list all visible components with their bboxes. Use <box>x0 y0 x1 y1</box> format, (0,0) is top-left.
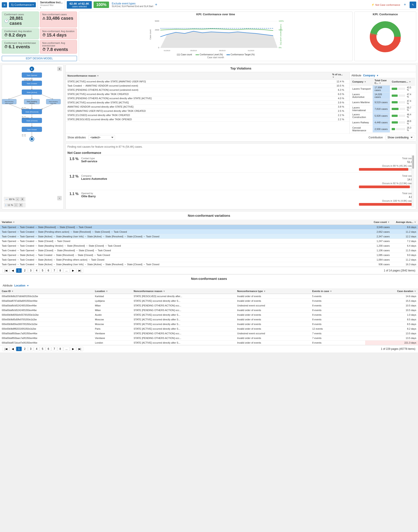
filter-selector[interactable]: ServiceNow Inci... Unsaved filter ▾ <box>38 0 65 10</box>
cases-page-4-btn[interactable]: 4 <box>34 347 39 351</box>
caseid-filter-icon[interactable]: ▼ <box>11 290 13 292</box>
nc-type-filter-icon[interactable]: ▼ <box>264 290 266 292</box>
table-row[interactable]: 000a00b9b8b207db9d0f1050e1b2be Karlstad … <box>0 294 418 299</box>
table-row[interactable]: STATE [AWAITING USER INFO] occurred dire… <box>66 109 349 113</box>
add-condition-button[interactable]: + <box>404 2 406 7</box>
contribution-select[interactable]: Show contributingShow all <box>385 135 414 140</box>
location-filter-icon[interactable]: ▼ <box>106 290 108 292</box>
table-row[interactable]: 000a00daf850baec7a0f1050ee44be Vientiane… <box>0 331 418 336</box>
pct-filter-icon[interactable]: ▼ <box>332 76 334 78</box>
var-page-2-btn[interactable]: 2 <box>22 268 28 273</box>
cases-first-page-btn[interactable]: |◀ <box>3 347 9 351</box>
var-page-7-btn[interactable]: 7 <box>52 268 57 273</box>
cases-page-3-btn[interactable]: 3 <box>28 347 34 351</box>
cases-filter-icon[interactable]: ▼ <box>387 221 390 223</box>
table-row[interactable]: STATE [ACTIVE] occurred directly after S… <box>66 100 349 105</box>
company-filter-icon[interactable]: ▼ <box>364 81 366 83</box>
table-row[interactable]: Task Created → Task Opened → State [Acti… <box>0 234 418 239</box>
total-filter-icon[interactable]: ▼ <box>379 82 381 84</box>
edit-button[interactable]: ✎ <box>410 1 416 8</box>
table-row[interactable]: STATE [RESOLVED] occurred directly after… <box>66 117 349 121</box>
var-page-1-btn[interactable]: 1 <box>16 268 22 273</box>
table-row[interactable]: STATE [ACTIVE] occurred directly after S… <box>66 79 349 84</box>
events-filter-icon[interactable]: ▼ <box>330 290 332 292</box>
table-row[interactable]: Cervoid Maintenance 2,930 cases 25.3 % <box>350 126 415 133</box>
table-row[interactable]: 000a00daf8cfd524240f1050ee44be Milan STA… <box>0 308 418 313</box>
table-row[interactable]: Task Opened → Task Created → State [Acti… <box>0 262 418 267</box>
table-row[interactable]: 000e00b9b85fed36570f1050e1b2be Moscow ST… <box>0 322 418 326</box>
rc-bar <box>359 168 414 171</box>
add-filter-button[interactable]: + <box>155 2 157 7</box>
cases-attr-row: Attribute Location ▾ <box>0 283 418 289</box>
cases-page-5-btn[interactable]: 5 <box>40 347 45 351</box>
var-page-4-btn[interactable]: 4 <box>34 268 39 273</box>
table-row[interactable]: Task Opened → Task Created → State [Pend… <box>0 230 418 234</box>
table-row[interactable]: Task Opened → Task Created → State [Acti… <box>0 257 418 262</box>
cases-prev-page-btn[interactable]: ◀ <box>10 347 16 351</box>
nc-reason-filter-icon[interactable]: ▼ <box>163 290 165 292</box>
var-page-ellipsis-btn[interactable]: ... <box>63 268 70 273</box>
scrollbar[interactable] <box>412 155 414 207</box>
table-row[interactable]: STATE [ACTIVE] occurred directly after T… <box>66 92 349 96</box>
duration-filter-icon[interactable]: ▼ <box>414 221 416 223</box>
map-zoom-out-button[interactable]: - <box>57 196 62 200</box>
zoom-x-minus[interactable]: - <box>15 197 20 201</box>
cases-page-2-btn[interactable]: 2 <box>22 347 28 351</box>
case-col-events: Events in case ▼ <box>311 289 365 294</box>
var-page-5-btn[interactable]: 5 <box>40 268 45 273</box>
table-row[interactable]: 000a00daf8787a68a80f1050ee44be Ljubljana… <box>0 299 418 303</box>
show-attrs-select[interactable]: <select>CompanyLocationContact typeOpene… <box>88 135 115 140</box>
rc-bar-fill <box>359 168 408 171</box>
table-row[interactable]: 000a00daf872dca47e0f1050ee44be London ST… <box>0 340 418 345</box>
table-row[interactable]: Lacero Automotive 14,026 cases 47.4 % <box>350 92 415 99</box>
table-row[interactable]: Lacero Maritime 9,519 cases 47.4 % <box>350 99 415 106</box>
var-prev-page-btn[interactable]: ◀ <box>10 268 16 273</box>
exclude-filter[interactable]: Exclude event types SLA End, SLA Planned… <box>112 2 153 8</box>
edit-design-model-button[interactable]: EDIT DESIGN MODEL <box>2 56 77 61</box>
table-row[interactable]: 000e00b9b8056efe5570f1050e1b2be Austin S… <box>0 313 418 317</box>
table-row[interactable]: STATE [PENDING OTHERS ACTION] occurred (… <box>66 88 349 92</box>
table-row[interactable]: Task Created → Task Opened → State [Clos… <box>0 248 418 253</box>
table-row[interactable]: Task Opened → Task Created → State [Clos… <box>0 239 418 243</box>
nonconf-filter[interactable]: ⚡ Not Case conformance <box>371 3 400 6</box>
cases-page-1-btn[interactable]: 1 <box>16 347 22 351</box>
case-duration-filter-icon[interactable]: ▼ <box>414 290 416 292</box>
table-row[interactable]: Lacero International 7,818 cases 55.7 % <box>350 106 415 112</box>
var-last-page-btn[interactable]: ▶| <box>77 268 83 273</box>
table-row[interactable]: STATE [CLOSED] occurred directly after T… <box>66 113 349 117</box>
zoom-y-plus[interactable]: + <box>19 203 23 207</box>
zoom-y-minus[interactable]: - <box>14 203 18 207</box>
cases-page-ellipsis-btn[interactable]: ... <box>63 347 70 351</box>
cases-next-page-btn[interactable]: ▶ <box>70 347 76 351</box>
map-zoom-in-button[interactable]: + <box>57 67 62 71</box>
cases-page-8-btn[interactable]: 8 <box>58 347 63 351</box>
var-page-3-btn[interactable]: 3 <box>28 268 34 273</box>
cases-last-page-btn[interactable]: ▶| <box>77 347 83 351</box>
table-row[interactable]: AWAITING VENDOR occurred directly after … <box>66 105 349 109</box>
table-row[interactable]: 000e00b9b85d5ffe970f1050e1b2be Moscow ST… <box>0 317 418 322</box>
var-page-6-btn[interactable]: 6 <box>46 268 51 273</box>
cases-page-6-btn[interactable]: 6 <box>46 347 51 351</box>
table-row[interactable]: Lacero Transport 17,698 cases 43.5 % <box>350 85 415 92</box>
conformance-tab[interactable]: 5) Conformance ▾ <box>9 2 36 7</box>
table-row[interactable]: Task Created → AWAITING VENDOR occurred … <box>66 84 349 88</box>
var-page-8-btn[interactable]: 8 <box>58 268 63 273</box>
table-row[interactable]: STATE [PENDING OTHERS ACTION] occurred d… <box>66 96 349 100</box>
table-row[interactable]: Lacero Construction 5,928 cases 46.4 % <box>350 112 415 119</box>
var-first-page-btn[interactable]: |◀ <box>3 268 9 273</box>
cases-attr-chevron[interactable]: ▾ <box>27 284 29 287</box>
table-row[interactable]: 000e00b9b8ff82031f0f1050e1b2be Paris STA… <box>0 326 418 331</box>
table-row[interactable]: 000a00daf850baec7a0f1050ee44be Vientiane… <box>0 336 418 340</box>
var-next-page-btn[interactable]: ▶ <box>70 268 76 273</box>
cases-page-7-btn[interactable]: 7 <box>52 347 57 351</box>
attr-chevron[interactable]: ▾ <box>377 74 378 77</box>
reason-filter-icon[interactable]: ▼ <box>97 75 99 77</box>
table-row[interactable]: Task Opened → State [Active] → Task Crea… <box>0 253 418 257</box>
table-row[interactable]: Task Opened → Task Created → State [Awai… <box>0 243 418 248</box>
conf-filter-icon[interactable]: ▼ <box>409 81 411 83</box>
table-row[interactable]: 000a00daf8cfd524240f1050ee44be Milan STA… <box>0 303 418 308</box>
variation-filter-icon[interactable]: ▼ <box>13 221 15 223</box>
table-row[interactable]: Task Opened → Task Created → State [Reso… <box>0 225 418 230</box>
zoom-x-plus[interactable]: + <box>20 197 24 201</box>
table-row[interactable]: Lacero Railway 4,448 cases 48.8 % <box>350 119 415 126</box>
